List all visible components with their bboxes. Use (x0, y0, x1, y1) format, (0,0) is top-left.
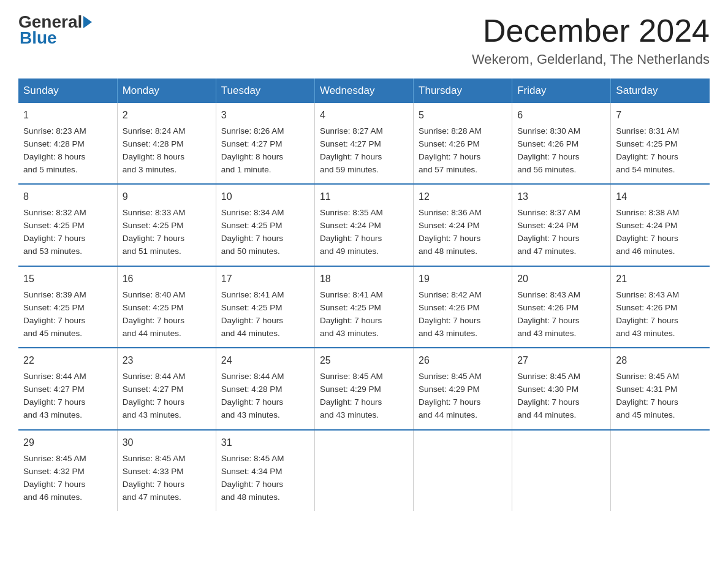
day-info-line: Daylight: 7 hours (221, 396, 309, 409)
calendar-cell: 21Sunrise: 8:43 AMSunset: 4:26 PMDayligh… (611, 266, 710, 348)
day-number: 23 (123, 353, 211, 369)
day-info-line: Sunset: 4:32 PM (23, 465, 112, 478)
location-subtitle: Wekerom, Gelderland, The Netherlands (472, 52, 710, 67)
day-info-line: and 44 minutes. (221, 327, 309, 340)
day-info-line: Sunset: 4:27 PM (123, 383, 211, 396)
day-info-line: Sunset: 4:29 PM (419, 383, 507, 396)
day-info-line: Sunrise: 8:45 AM (616, 370, 705, 383)
day-info-line: Sunrise: 8:44 AM (23, 370, 112, 383)
day-info-line: Daylight: 7 hours (123, 315, 211, 327)
day-info-line: Daylight: 7 hours (221, 315, 309, 327)
day-number: 16 (123, 272, 211, 287)
calendar-cell: 10Sunrise: 8:34 AMSunset: 4:25 PMDayligh… (216, 184, 314, 266)
day-number: 26 (419, 353, 507, 369)
day-info-line: Sunset: 4:30 PM (517, 383, 605, 396)
day-info-line: Sunset: 4:25 PM (320, 302, 408, 315)
day-info-line: Sunrise: 8:43 AM (517, 289, 605, 302)
day-info-line: and 45 minutes. (616, 409, 705, 422)
header-friday: Friday (512, 79, 611, 103)
day-info-line: Daylight: 7 hours (616, 151, 705, 164)
day-info-line: and 56 minutes. (517, 164, 605, 177)
day-info-line: and 57 minutes. (419, 164, 507, 177)
day-number: 25 (320, 353, 408, 369)
calendar-cell: 18Sunrise: 8:41 AMSunset: 4:25 PMDayligh… (314, 266, 413, 348)
day-number: 18 (320, 272, 408, 287)
day-info-line: Sunset: 4:33 PM (123, 465, 211, 478)
day-info-line: and 43 minutes. (23, 409, 112, 422)
day-info-line: Sunset: 4:28 PM (123, 138, 211, 151)
day-info-line: Daylight: 8 hours (23, 151, 112, 164)
day-info-line: Daylight: 7 hours (517, 396, 605, 409)
day-info-line: Sunrise: 8:31 AM (616, 125, 705, 138)
day-info-line: Daylight: 7 hours (517, 151, 605, 164)
calendar-cell: 3Sunrise: 8:26 AMSunset: 4:27 PMDaylight… (216, 103, 314, 184)
day-number: 4 (320, 108, 408, 123)
day-number: 7 (616, 108, 705, 123)
calendar-cell: 25Sunrise: 8:45 AMSunset: 4:29 PMDayligh… (314, 348, 413, 429)
day-info-line: Sunset: 4:25 PM (123, 302, 211, 315)
header-row: SundayMondayTuesdayWednesdayThursdayFrid… (18, 79, 710, 103)
day-info-line: and 43 minutes. (221, 409, 309, 422)
day-info-line: Sunrise: 8:42 AM (419, 289, 507, 302)
day-info-line: Sunrise: 8:44 AM (123, 370, 211, 383)
day-info-line: Sunrise: 8:24 AM (123, 125, 211, 138)
day-info-line: Daylight: 7 hours (616, 396, 705, 409)
day-info-line: Daylight: 7 hours (123, 396, 211, 409)
calendar-cell: 1Sunrise: 8:23 AMSunset: 4:28 PMDaylight… (18, 103, 117, 184)
day-info-line: Sunrise: 8:43 AM (616, 289, 705, 302)
day-number: 27 (517, 353, 605, 369)
day-number: 19 (419, 272, 507, 287)
day-info-line: Sunrise: 8:35 AM (320, 207, 408, 220)
day-info-line: Daylight: 7 hours (221, 232, 309, 245)
day-number: 2 (123, 108, 211, 123)
calendar-cell: 29Sunrise: 8:45 AMSunset: 4:32 PMDayligh… (18, 430, 117, 511)
week-row-1: 1Sunrise: 8:23 AMSunset: 4:28 PMDaylight… (18, 103, 710, 184)
day-info-line: Daylight: 7 hours (320, 151, 408, 164)
day-info-line: Sunrise: 8:45 AM (517, 370, 605, 383)
day-number: 6 (517, 108, 605, 123)
day-number: 11 (320, 190, 408, 205)
day-info-line: Sunrise: 8:41 AM (221, 289, 309, 302)
header-saturday: Saturday (611, 79, 710, 103)
calendar-cell: 27Sunrise: 8:45 AMSunset: 4:30 PMDayligh… (512, 348, 611, 429)
header-wednesday: Wednesday (314, 79, 413, 103)
day-info-line: and 43 minutes. (123, 409, 211, 422)
day-info-line: Sunset: 4:26 PM (419, 138, 507, 151)
day-info-line: Sunrise: 8:45 AM (123, 453, 211, 465)
calendar-cell: 6Sunrise: 8:30 AMSunset: 4:26 PMDaylight… (512, 103, 611, 184)
calendar-cell: 11Sunrise: 8:35 AMSunset: 4:24 PMDayligh… (314, 184, 413, 266)
day-info-line: and 48 minutes. (419, 245, 507, 258)
day-info-line: Daylight: 7 hours (616, 315, 705, 327)
day-info-line: and 44 minutes. (517, 409, 605, 422)
calendar-cell: 8Sunrise: 8:32 AMSunset: 4:25 PMDaylight… (18, 184, 117, 266)
day-info-line: Sunrise: 8:30 AM (517, 125, 605, 138)
day-info-line: Sunset: 4:28 PM (221, 383, 309, 396)
day-number: 22 (23, 353, 112, 369)
day-info-line: Sunrise: 8:44 AM (221, 370, 309, 383)
day-info-line: Daylight: 7 hours (419, 396, 507, 409)
day-info-line: Sunrise: 8:45 AM (23, 453, 112, 465)
calendar-cell: 4Sunrise: 8:27 AMSunset: 4:27 PMDaylight… (314, 103, 413, 184)
day-info-line: and 46 minutes. (23, 491, 112, 504)
day-info-line: Daylight: 7 hours (419, 151, 507, 164)
calendar-cell (414, 430, 512, 511)
calendar-table: SundayMondayTuesdayWednesdayThursdayFrid… (18, 79, 710, 511)
day-info-line: Sunrise: 8:38 AM (616, 207, 705, 220)
day-info-line: Sunrise: 8:45 AM (320, 370, 408, 383)
calendar-cell: 23Sunrise: 8:44 AMSunset: 4:27 PMDayligh… (117, 348, 216, 429)
day-number: 5 (419, 108, 507, 123)
day-info-line: Sunrise: 8:41 AM (320, 289, 408, 302)
day-info-line: and 51 minutes. (123, 245, 211, 258)
calendar-cell: 22Sunrise: 8:44 AMSunset: 4:27 PMDayligh… (18, 348, 117, 429)
logo: General Blue (18, 12, 93, 48)
day-info-line: and 43 minutes. (616, 327, 705, 340)
day-info-line: and 44 minutes. (419, 409, 507, 422)
day-info-line: Daylight: 7 hours (320, 232, 408, 245)
day-info-line: Sunset: 4:25 PM (23, 302, 112, 315)
day-info-line: and 50 minutes. (221, 245, 309, 258)
calendar-cell: 20Sunrise: 8:43 AMSunset: 4:26 PMDayligh… (512, 266, 611, 348)
header-thursday: Thursday (414, 79, 512, 103)
day-info-line: Sunrise: 8:26 AM (221, 125, 309, 138)
week-row-4: 22Sunrise: 8:44 AMSunset: 4:27 PMDayligh… (18, 348, 710, 429)
page-header: General Blue December 2024 Wekerom, Geld… (18, 12, 710, 67)
